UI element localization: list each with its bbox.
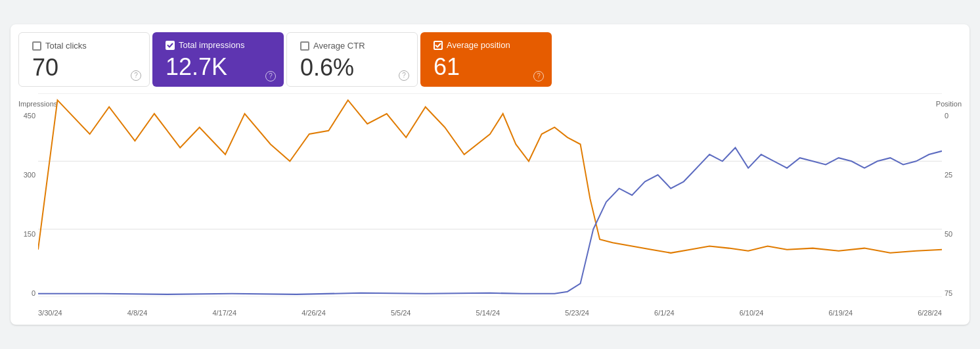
metric-value-total-clicks: 70	[32, 55, 136, 81]
metric-card-total-clicks[interactable]: Total clicks 70 ?	[18, 32, 150, 87]
help-icon-total-impressions[interactable]: ?	[265, 71, 276, 81]
help-icon-average-ctr[interactable]: ?	[399, 70, 409, 81]
checkbox-total-clicks[interactable]	[32, 41, 41, 51]
x-label-9: 6/19/24	[828, 309, 853, 317]
chart-area: Impressions Position 450 300 150 0 0 25 …	[18, 93, 962, 317]
dashboard-container: Total clicks 70 ? Total impressions 12.7…	[11, 24, 969, 325]
x-label-2: 4/17/24	[212, 309, 236, 317]
chart-svg-wrapper	[38, 93, 942, 297]
y-right-50: 50	[945, 230, 962, 238]
y-left-0: 0	[18, 289, 35, 297]
checkbox-average-ctr[interactable]	[300, 41, 309, 51]
position-line	[38, 147, 942, 294]
y-left-450: 450	[18, 112, 35, 120]
metric-card-total-impressions[interactable]: Total impressions 12.7K ?	[152, 32, 284, 87]
metric-label-total-clicks: Total clicks	[45, 41, 87, 51]
metric-label-total-impressions: Total impressions	[179, 40, 244, 50]
y-right-75: 75	[945, 289, 962, 297]
metric-card-average-position[interactable]: Average position 61 ?	[420, 32, 552, 87]
metric-value-total-impressions: 12.7K	[166, 54, 271, 80]
x-label-0: 3/30/24	[38, 309, 62, 317]
metric-value-average-position: 61	[434, 54, 539, 80]
y-right-0: 0	[945, 112, 962, 120]
y-right-25: 25	[945, 171, 962, 179]
y-left-150: 150	[18, 230, 35, 238]
checkbox-total-impressions[interactable]	[166, 41, 175, 50]
help-icon-total-clicks[interactable]: ?	[131, 70, 141, 81]
metric-value-average-ctr: 0.6%	[300, 55, 404, 81]
x-label-7: 6/1/24	[654, 309, 675, 317]
impressions-line	[38, 100, 942, 252]
y-axis-right: 0 25 50 75	[942, 112, 962, 297]
metric-card-average-ctr[interactable]: Average CTR 0.6% ?	[286, 32, 418, 87]
x-label-3: 4/26/24	[301, 309, 326, 317]
chart-svg	[38, 93, 942, 297]
x-label-6: 5/23/24	[565, 309, 589, 317]
help-icon-average-position[interactable]: ?	[533, 71, 544, 81]
y-left-300: 300	[18, 171, 35, 179]
x-label-8: 6/10/24	[740, 309, 764, 317]
y-axis-left: 450 300 150 0	[18, 112, 38, 297]
x-label-4: 5/5/24	[391, 309, 411, 317]
checkbox-average-position[interactable]	[434, 41, 443, 50]
x-label-10: 6/28/24	[918, 309, 942, 317]
metric-label-average-position: Average position	[447, 40, 510, 50]
metric-label-average-ctr: Average CTR	[313, 41, 365, 51]
metrics-row: Total clicks 70 ? Total impressions 12.7…	[18, 32, 962, 87]
x-label-1: 4/8/24	[127, 309, 148, 317]
x-axis-labels: 3/30/24 4/8/24 4/17/24 4/26/24 5/5/24 5/…	[38, 309, 942, 317]
x-label-5: 5/14/24	[476, 309, 501, 317]
